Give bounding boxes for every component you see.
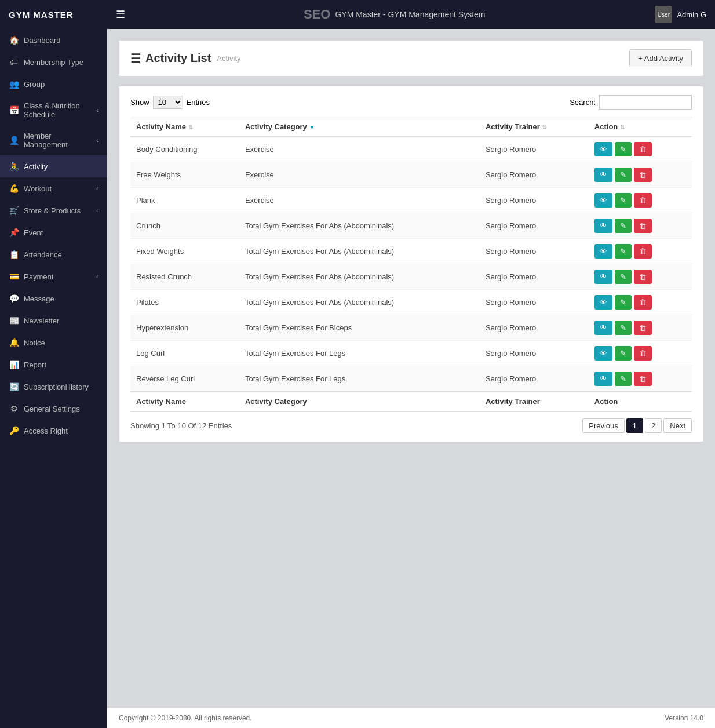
- sidebar-label-member-management: Member Management: [24, 132, 92, 149]
- sidebar-item-access-right[interactable]: 🔑 Access Right: [0, 420, 107, 442]
- sidebar-item-workout[interactable]: 💪 Workout ‹: [0, 177, 107, 199]
- activity-category: Total Gym Exercises For Legs: [239, 341, 480, 366]
- delete-button[interactable]: 🗑: [634, 372, 652, 386]
- activity-trainer: Sergio Romero: [480, 366, 589, 392]
- action-cell: 👁 ✎ 🗑: [589, 188, 692, 213]
- view-button[interactable]: 👁: [594, 321, 612, 335]
- topbar-center: SEO GYM Master - GYM Management System: [134, 7, 655, 22]
- delete-button[interactable]: 🗑: [634, 193, 652, 208]
- activity-name: Plank: [130, 188, 239, 213]
- user-name: Admin G: [677, 10, 706, 19]
- delete-button[interactable]: 🗑: [634, 168, 652, 182]
- view-button[interactable]: 👁: [594, 270, 612, 284]
- sidebar-icon-member-management: 👤: [9, 136, 19, 145]
- sidebar-label-newsletter: Newsletter: [24, 316, 99, 325]
- activity-name: Resisted Crunch: [130, 264, 239, 290]
- col-trainer[interactable]: Activity Trainer ⇅: [480, 117, 589, 137]
- action-cell: 👁 ✎ 🗑: [589, 137, 692, 162]
- sidebar-label-event: Event: [24, 228, 99, 237]
- search-input[interactable]: [599, 95, 692, 110]
- activity-name: Free Weights: [130, 162, 239, 188]
- activity-name: Reverse Leg Curl: [130, 366, 239, 392]
- sidebar-item-payment[interactable]: 💳 Payment ‹: [0, 265, 107, 287]
- entries-select[interactable]: 102550100: [153, 96, 183, 109]
- arrow-icon-payment: ‹: [96, 273, 99, 280]
- edit-button[interactable]: ✎: [615, 321, 632, 335]
- sidebar-item-class-nutrition[interactable]: 📅 Class & Nutrition Schedule ‹: [0, 95, 107, 125]
- app-title: GYM Master - GYM Management System: [335, 10, 485, 19]
- action-cell: 👁 ✎ 🗑: [589, 290, 692, 315]
- table-footer: Showing 1 To 10 Of 12 Entries Previous12…: [130, 418, 692, 433]
- sidebar-label-group: Group: [24, 80, 99, 89]
- menu-icon[interactable]: ☰: [116, 8, 125, 21]
- sidebar-item-attendance[interactable]: 📋 Attendance: [0, 243, 107, 265]
- add-activity-button[interactable]: + Add Activity: [629, 49, 692, 67]
- col-name[interactable]: Activity Name ⇅: [130, 117, 239, 137]
- sidebar-item-group[interactable]: 👥 Group: [0, 73, 107, 95]
- table-row: Free WeightsExerciseSergio Romero 👁 ✎ 🗑: [130, 162, 692, 188]
- edit-button[interactable]: ✎: [615, 346, 632, 361]
- sidebar-item-notice[interactable]: 🔔 Notice: [0, 332, 107, 354]
- view-button[interactable]: 👁: [594, 244, 612, 259]
- view-button[interactable]: 👁: [594, 295, 612, 310]
- edit-button[interactable]: ✎: [615, 295, 632, 310]
- delete-button[interactable]: 🗑: [634, 142, 652, 156]
- activity-name: Hyperextension: [130, 315, 239, 341]
- activity-trainer: Sergio Romero: [480, 213, 589, 239]
- prev-button[interactable]: Previous: [582, 418, 625, 433]
- edit-button[interactable]: ✎: [615, 244, 632, 259]
- delete-button[interactable]: 🗑: [634, 295, 652, 310]
- sidebar-label-payment: Payment: [24, 272, 92, 281]
- view-button[interactable]: 👁: [594, 168, 612, 182]
- search-area: Search:: [570, 95, 692, 110]
- edit-button[interactable]: ✎: [615, 142, 632, 156]
- activity-trainer: Sergio Romero: [480, 264, 589, 290]
- sidebar-item-store-products[interactable]: 🛒 Store & Products ‹: [0, 199, 107, 221]
- delete-button[interactable]: 🗑: [634, 219, 652, 233]
- delete-button[interactable]: 🗑: [634, 270, 652, 284]
- next-button[interactable]: Next: [663, 418, 692, 433]
- table-head: Activity Name ⇅Activity Category ▼Activi…: [130, 117, 692, 137]
- sidebar-item-dashboard[interactable]: 🏠 Dashboard: [0, 29, 107, 51]
- sidebar-item-subscription-history[interactable]: 🔄 SubscriptionHistory: [0, 376, 107, 398]
- sidebar-item-activity[interactable]: 🚴 Activity: [0, 155, 107, 177]
- activity-name: Pilates: [130, 290, 239, 315]
- view-button[interactable]: 👁: [594, 193, 612, 208]
- view-button[interactable]: 👁: [594, 346, 612, 361]
- action-buttons: 👁 ✎ 🗑: [594, 321, 686, 335]
- page-btn-2[interactable]: 2: [645, 418, 662, 433]
- sidebar-item-report[interactable]: 📊 Report: [0, 354, 107, 376]
- sidebar-item-event[interactable]: 📌 Event: [0, 221, 107, 243]
- edit-button[interactable]: ✎: [615, 270, 632, 284]
- view-button[interactable]: 👁: [594, 372, 612, 386]
- edit-button[interactable]: ✎: [615, 193, 632, 208]
- edit-button[interactable]: ✎: [615, 372, 632, 386]
- table-controls: Show 102550100 Entries Search:: [130, 95, 692, 110]
- edit-button[interactable]: ✎: [615, 168, 632, 182]
- edit-button[interactable]: ✎: [615, 219, 632, 233]
- sidebar-label-attendance: Attendance: [24, 250, 99, 259]
- table-footer-row: Activity NameActivity CategoryActivity T…: [130, 392, 692, 412]
- view-button[interactable]: 👁: [594, 142, 612, 156]
- col-action[interactable]: Action ⇅: [589, 117, 692, 137]
- sidebar-item-newsletter[interactable]: 📰 Newsletter: [0, 310, 107, 332]
- delete-button[interactable]: 🗑: [634, 321, 652, 335]
- sidebar-item-message[interactable]: 💬 Message: [0, 287, 107, 310]
- page-btn-1[interactable]: 1: [626, 418, 643, 433]
- footer: Copyright © 2019-2080. All rights reserv…: [107, 708, 715, 728]
- table-row: Reverse Leg CurlTotal Gym Exercises For …: [130, 366, 692, 392]
- sidebar: 🏠 Dashboard 🏷 Membership Type 👥 Group 📅 …: [0, 29, 107, 728]
- topbar: GYM MASTER ☰ SEO GYM Master - GYM Manage…: [0, 0, 715, 29]
- delete-button[interactable]: 🗑: [634, 346, 652, 361]
- sidebar-item-membership-type[interactable]: 🏷 Membership Type: [0, 51, 107, 73]
- sidebar-icon-access-right: 🔑: [9, 426, 19, 435]
- sidebar-label-store-products: Store & Products: [24, 206, 92, 215]
- hamburger-icon: ☰: [130, 52, 141, 65]
- table-row: Resisted CrunchTotal Gym Exercises For A…: [130, 264, 692, 290]
- col-category[interactable]: Activity Category ▼: [239, 117, 480, 137]
- table-row: PlankExerciseSergio Romero 👁 ✎ 🗑: [130, 188, 692, 213]
- delete-button[interactable]: 🗑: [634, 244, 652, 259]
- view-button[interactable]: 👁: [594, 219, 612, 233]
- sidebar-item-general-settings[interactable]: ⚙ General Settings: [0, 398, 107, 420]
- sidebar-item-member-management[interactable]: 👤 Member Management ‹: [0, 125, 107, 155]
